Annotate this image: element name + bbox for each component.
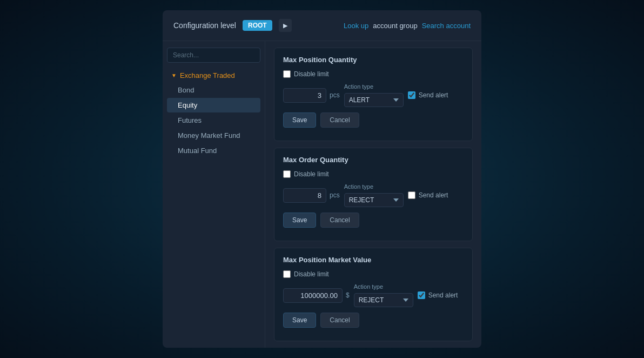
cancel-button-3[interactable]: Cancel xyxy=(320,313,359,328)
send-alert-label-3: Send alert xyxy=(428,291,458,299)
main-content: Max Position Quantity Disable limit pcs … xyxy=(265,41,481,348)
action-type-label-2: Action type xyxy=(344,183,404,190)
max-position-qty-input[interactable] xyxy=(283,88,326,103)
disable-limit-label-1: Disable limit xyxy=(294,70,329,78)
max-position-value-input[interactable] xyxy=(283,288,343,303)
disable-limit-checkbox-1[interactable] xyxy=(283,70,291,78)
action-type-group-1: Action type ALERT REJECT WARN xyxy=(344,83,404,107)
send-alert-row-1: Send alert xyxy=(408,91,448,99)
section-header[interactable]: ▼ Exchange Traded xyxy=(167,69,260,82)
card-2-number-group: pcs xyxy=(283,188,340,203)
main-panel: Configuration level ROOT ▶ Look up accou… xyxy=(163,10,481,348)
arrow-button[interactable]: ▶ xyxy=(279,19,292,32)
account-group-label: account group xyxy=(373,22,417,30)
sidebar-item-futures[interactable]: Futures xyxy=(167,113,260,128)
cancel-button-1[interactable]: Cancel xyxy=(320,112,359,128)
card-title-3: Max Position Market Value xyxy=(283,256,464,264)
action-type-group-2: Action type ALERT REJECT WARN xyxy=(344,183,404,207)
disable-limit-checkbox-2[interactable] xyxy=(283,170,291,178)
max-order-qty-input[interactable] xyxy=(283,188,326,203)
pcs-label-2: pcs xyxy=(330,191,340,199)
card-1-number-group: pcs xyxy=(283,88,340,103)
section-label: Exchange Traded xyxy=(180,71,235,79)
sidebar-item-bond[interactable]: Bond xyxy=(167,83,260,97)
max-position-market-value-card: Max Position Market Value Disable limit … xyxy=(274,248,473,341)
disable-limit-label-3: Disable limit xyxy=(294,270,329,278)
sidebar: ▼ Exchange Traded Bond Equity Futures Mo… xyxy=(163,41,265,348)
save-button-3[interactable]: Save xyxy=(283,313,316,328)
dollar-label: $ xyxy=(346,291,350,299)
config-level-label: Configuration level xyxy=(173,21,236,30)
save-button-2[interactable]: Save xyxy=(283,213,316,228)
disable-limit-row-2: Disable limit xyxy=(283,170,464,178)
sidebar-item-equity[interactable]: Equity xyxy=(167,98,260,112)
max-order-quantity-card: Max Order Quantity Disable limit pcs Act… xyxy=(274,148,473,241)
card-3-input-row: $ Action type ALERT REJECT WARN Send ale… xyxy=(283,283,464,307)
max-position-quantity-card: Max Position Quantity Disable limit pcs … xyxy=(274,48,473,141)
disable-limit-row-1: Disable limit xyxy=(283,70,464,78)
action-type-select-2[interactable]: ALERT REJECT WARN xyxy=(344,193,404,207)
action-type-select-3[interactable]: ALERT REJECT WARN xyxy=(354,293,413,307)
search-account-link[interactable]: Search account xyxy=(422,22,471,30)
card-title-2: Max Order Quantity xyxy=(283,156,464,164)
card-1-input-row: pcs Action type ALERT REJECT WARN Send a… xyxy=(283,83,464,107)
cancel-button-2[interactable]: Cancel xyxy=(320,213,359,228)
card-3-btn-row: Save Cancel xyxy=(283,313,464,328)
pcs-label-1: pcs xyxy=(330,91,340,99)
disable-limit-checkbox-3[interactable] xyxy=(283,270,291,278)
triangle-icon: ▼ xyxy=(171,72,177,78)
send-alert-checkbox-3[interactable] xyxy=(418,291,425,299)
card-title-1: Max Position Quantity xyxy=(283,56,464,64)
header-links: Look up account group Search account xyxy=(344,22,471,30)
panel-header: Configuration level ROOT ▶ Look up accou… xyxy=(163,10,481,41)
action-type-select-1[interactable]: ALERT REJECT WARN xyxy=(344,93,404,107)
lookup-link[interactable]: Look up xyxy=(344,22,368,30)
action-type-label-3: Action type xyxy=(354,283,413,290)
card-2-input-row: pcs Action type ALERT REJECT WARN Send a… xyxy=(283,183,464,207)
send-alert-checkbox-1[interactable] xyxy=(408,91,415,99)
search-input[interactable] xyxy=(167,48,260,63)
send-alert-checkbox-2[interactable] xyxy=(408,191,415,199)
send-alert-row-3: Send alert xyxy=(418,291,458,299)
sidebar-item-mutual-fund[interactable]: Mutual Fund xyxy=(167,143,260,158)
panel-body: ▼ Exchange Traded Bond Equity Futures Mo… xyxy=(163,41,481,348)
card-2-btn-row: Save Cancel xyxy=(283,213,464,228)
save-button-1[interactable]: Save xyxy=(283,112,316,128)
action-type-label-1: Action type xyxy=(344,83,404,90)
root-badge: ROOT xyxy=(243,20,272,31)
send-alert-row-2: Send alert xyxy=(408,191,448,199)
disable-limit-label-2: Disable limit xyxy=(294,170,329,178)
send-alert-label-1: Send alert xyxy=(419,91,448,99)
disable-limit-row-3: Disable limit xyxy=(283,270,464,278)
action-type-group-3: Action type ALERT REJECT WARN xyxy=(354,283,413,307)
card-3-number-group: $ xyxy=(283,288,350,303)
sidebar-item-money-market-fund[interactable]: Money Market Fund xyxy=(167,128,260,143)
card-1-btn-row: Save Cancel xyxy=(283,112,464,128)
send-alert-label-2: Send alert xyxy=(419,191,448,199)
